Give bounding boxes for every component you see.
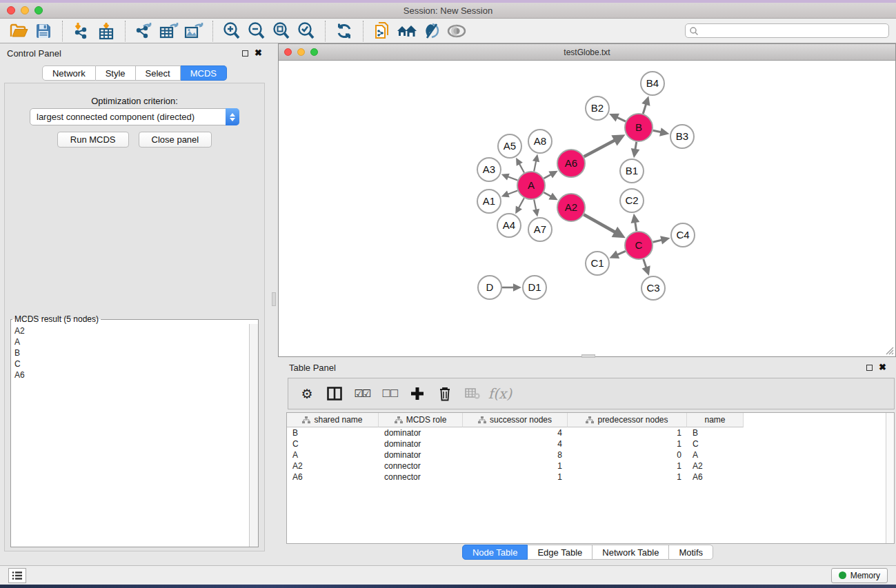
table-tab-motifs[interactable]: Motifs: [669, 545, 713, 560]
save-session-icon[interactable]: [31, 21, 56, 41]
show-columns-icon[interactable]: [323, 381, 346, 406]
vertical-split-handle[interactable]: [272, 292, 276, 306]
graph-node-C2[interactable]: C2: [620, 189, 644, 212]
result-list-scrollbar[interactable]: [249, 324, 258, 547]
column-header-successor-nodes[interactable]: successor nodes: [463, 413, 568, 427]
float-table-panel-icon[interactable]: [866, 365, 873, 371]
graph-node-A2[interactable]: A2: [557, 194, 585, 221]
close-panel-button[interactable]: Close panel: [139, 132, 212, 148]
import-network-icon[interactable]: [69, 21, 94, 41]
arrowhead-C-C3: [642, 265, 650, 276]
graph-node-C[interactable]: C: [625, 232, 653, 259]
table-row[interactable]: A6connector11A6: [287, 472, 894, 483]
table-settings-gear-icon[interactable]: ⚙: [295, 381, 319, 406]
graph-node-C3[interactable]: C3: [641, 276, 665, 300]
graph-node-A3[interactable]: A3: [477, 158, 501, 181]
close-panel-icon[interactable]: ✖: [255, 50, 262, 57]
import-table-icon[interactable]: [94, 21, 119, 41]
table-row[interactable]: Bdominator41B: [287, 427, 894, 438]
column-header-shared-name[interactable]: shared name: [287, 413, 379, 427]
export-image-icon[interactable]: [181, 21, 206, 41]
graph-node-B4[interactable]: B4: [641, 72, 664, 95]
deselect-all-icon[interactable]: ☐☐: [378, 381, 401, 406]
close-table-panel-icon[interactable]: ✖: [879, 364, 886, 371]
cell-shared-name: A: [287, 450, 379, 460]
open-session-icon[interactable]: [6, 21, 31, 41]
zoom-in-icon[interactable]: [219, 21, 244, 41]
table-row[interactable]: A2connector11A2: [287, 460, 894, 472]
resize-grip-icon[interactable]: [884, 345, 894, 355]
table-tab-node-table[interactable]: Node Table: [462, 545, 528, 560]
svg-text:A6: A6: [565, 157, 577, 169]
graph-node-A4[interactable]: A4: [497, 214, 521, 237]
select-all-icon[interactable]: ☑☑: [350, 381, 374, 406]
result-item[interactable]: A: [14, 336, 248, 347]
result-item[interactable]: C: [14, 358, 248, 369]
svg-text:C2: C2: [625, 194, 638, 206]
table-tab-network-table[interactable]: Network Table: [593, 545, 669, 560]
graph-node-B3[interactable]: B3: [670, 125, 694, 148]
horizontal-split-handle[interactable]: [581, 354, 595, 358]
show-hide-eye-icon[interactable]: [444, 21, 469, 41]
mcds-result-list[interactable]: A2ABCA6: [12, 324, 248, 546]
graph-node-B[interactable]: B: [625, 114, 653, 141]
function-builder-icon[interactable]: f(x): [488, 381, 512, 406]
status-bar: Memory: [0, 565, 896, 585]
zoom-fit-icon[interactable]: [269, 21, 294, 41]
result-item[interactable]: A2: [14, 325, 248, 336]
network-file-icon[interactable]: [370, 21, 395, 41]
search-input[interactable]: [699, 26, 888, 36]
graph-node-C4[interactable]: C4: [671, 223, 695, 247]
result-item[interactable]: B: [14, 347, 248, 358]
memory-button[interactable]: Memory: [831, 568, 888, 583]
graph-node-A7[interactable]: A7: [528, 218, 552, 241]
refresh-view-icon[interactable]: [332, 21, 357, 41]
run-mcds-button[interactable]: Run MCDS: [57, 132, 129, 148]
network-window-titlebar[interactable]: testGlobe.txt: [279, 44, 895, 61]
float-panel-icon[interactable]: [242, 50, 248, 57]
graph-node-A1[interactable]: A1: [477, 190, 501, 213]
table-body: Bdominator41BCdominator41CAdominator80AA…: [287, 427, 894, 483]
tab-network[interactable]: Network: [42, 65, 96, 81]
export-network-icon[interactable]: [132, 21, 157, 41]
delete-column-trash-icon[interactable]: [433, 381, 457, 406]
zoom-selected-icon[interactable]: [294, 21, 319, 41]
result-item[interactable]: A6: [14, 369, 248, 381]
network-canvas[interactable]: B4B2BB3A5A8A6A3AB1A1A2C2A4A7C4CC1C3DD1: [279, 61, 895, 356]
graph-node-A[interactable]: A: [517, 172, 545, 199]
column-header-MCDS-role[interactable]: MCDS role: [379, 413, 463, 427]
zoom-out-icon[interactable]: [244, 21, 269, 41]
network-graph[interactable]: B4B2BB3A5A8A6A3AB1A1A2C2A4A7C4CC1C3DD1: [279, 61, 895, 356]
edge-A6-B[interactable]: [584, 138, 619, 156]
memory-label: Memory: [850, 571, 880, 580]
tab-select[interactable]: Select: [136, 65, 181, 81]
add-column-icon[interactable]: [406, 381, 429, 406]
column-header-name[interactable]: name: [687, 413, 744, 427]
export-table-icon[interactable]: [157, 21, 181, 41]
criterion-dropdown[interactable]: largest connected component (directed): [30, 108, 239, 125]
optimization-criterion-label: Optimization criterion:: [5, 96, 264, 106]
column-header-predecessor-nodes[interactable]: predecessor nodes: [568, 413, 687, 427]
table-scrollbar[interactable]: [886, 413, 894, 543]
tab-mcds[interactable]: MCDS: [181, 65, 227, 81]
graph-node-D[interactable]: D: [478, 276, 501, 299]
home-icon[interactable]: [395, 21, 419, 41]
table-row[interactable]: Adominator80A: [287, 449, 894, 460]
hide-style-icon[interactable]: [419, 21, 444, 41]
tab-style[interactable]: Style: [96, 65, 136, 81]
graph-node-B2[interactable]: B2: [586, 97, 609, 120]
graph-node-C1[interactable]: C1: [586, 252, 609, 275]
graph-node-B1[interactable]: B1: [620, 159, 644, 183]
graph-node-D1[interactable]: D1: [523, 276, 546, 299]
search-field[interactable]: [685, 23, 889, 38]
table-tab-edge-table[interactable]: Edge Table: [528, 545, 593, 560]
toolbar-group-refresh: [325, 21, 363, 41]
graph-node-A6[interactable]: A6: [557, 150, 585, 177]
table-row[interactable]: Cdominator41C: [287, 438, 894, 449]
edge-A2-C[interactable]: [584, 214, 619, 234]
graph-node-A8[interactable]: A8: [528, 130, 552, 153]
task-history-button[interactable]: [8, 568, 26, 583]
cell-name: A6: [687, 472, 744, 482]
graph-node-A5[interactable]: A5: [498, 134, 521, 158]
delete-table-icon[interactable]: [461, 381, 484, 406]
